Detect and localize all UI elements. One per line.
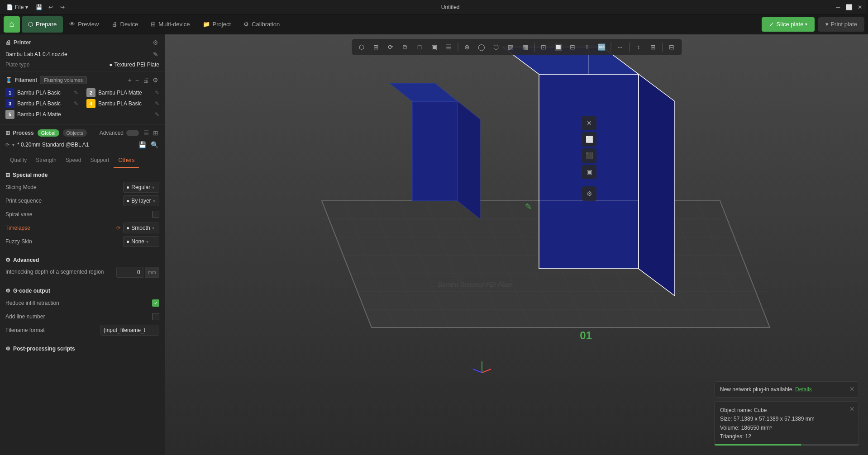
filament-edit-4[interactable]: ✎ xyxy=(155,100,159,107)
slicing-mode-select[interactable]: ● Regular ▾ xyxy=(123,182,159,193)
spiral-vase-checkbox[interactable] xyxy=(152,211,159,218)
toolbar-text-btn[interactable]: T xyxy=(581,41,593,53)
toolbar-layer-btn[interactable]: ▣ xyxy=(428,41,440,53)
toolbar-slice-btn[interactable]: □ xyxy=(413,41,426,53)
window-title: Untitled xyxy=(71,4,830,10)
toolbar-rotate-btn[interactable]: ◯ xyxy=(475,41,488,53)
add-filament-button[interactable]: + xyxy=(127,76,133,85)
advanced-switch[interactable] xyxy=(126,130,139,136)
profile-arrow-icon: ▾ xyxy=(12,142,14,147)
slice-plate-button[interactable]: ✓ Slice plate ▾ xyxy=(762,17,815,32)
home-icon: ⌂ xyxy=(10,19,14,29)
toolbar-support-btn[interactable]: ▦ xyxy=(519,41,531,53)
home-button[interactable]: ⌂ xyxy=(4,16,20,33)
toolbar-perspective-btn[interactable]: ⬡ xyxy=(355,41,368,53)
close-button[interactable]: ✕ xyxy=(855,3,864,12)
profile-search-icon[interactable]: 🔍 xyxy=(150,140,159,149)
filament-edit-5[interactable]: ✎ xyxy=(155,111,159,118)
print-sequence-select[interactable]: ● By layer ▾ xyxy=(123,195,159,206)
tab-multi-device[interactable]: ⊞ Multi-device xyxy=(144,16,196,33)
filament-edit-3[interactable]: ✎ xyxy=(74,100,78,107)
tab-prepare[interactable]: ⬡ Prepare xyxy=(22,16,63,33)
filename-format-input[interactable] xyxy=(100,325,159,336)
printer-name[interactable]: Bambu Lab A1 0.4 nozzle xyxy=(5,51,67,57)
filament-edit-1[interactable]: ✎ xyxy=(74,90,78,96)
tab-speed[interactable]: Speed xyxy=(61,153,86,168)
badge-objects[interactable]: Objects xyxy=(63,129,87,137)
tab-calibration[interactable]: ⚙ Calibration xyxy=(237,16,286,33)
view-area[interactable]: ⬡ ⊞ ⟳ ⧉ □ ▣ ☰ ⊕ ◯ ⬡ ▨ ▦ ⊡ 🔲 ⊟ T 🔤 ↔ ↕ ⊞ … xyxy=(165,34,868,455)
toolbar-paint-btn[interactable]: ▨ xyxy=(504,41,517,53)
add-line-number-checkbox[interactable] xyxy=(152,313,159,320)
view-close-btn[interactable]: ✕ xyxy=(582,116,596,130)
toolbar-layer2-btn[interactable]: 🔲 xyxy=(552,41,564,53)
toolbar-extra-btn[interactable]: ⊟ xyxy=(665,41,678,53)
tab-others[interactable]: Others xyxy=(114,153,139,168)
network-notif-close[interactable]: ✕ xyxy=(849,385,855,393)
tab-strength[interactable]: Strength xyxy=(31,153,61,168)
toolbar-cut-btn[interactable]: ⊟ xyxy=(566,41,579,53)
process-section: ⊞ Process Global Objects Advanced ☰ ⊞ ⟳ … xyxy=(0,125,165,153)
flushing-volumes-button[interactable]: Flushing volumes xyxy=(40,76,87,84)
filament-num-3: 3 xyxy=(5,99,14,108)
tab-project[interactable]: 📁 Project xyxy=(196,16,237,33)
printer-settings-icon[interactable]: ⚙ xyxy=(152,38,159,47)
file-menu[interactable]: 📄 File ▾ xyxy=(4,3,31,11)
toolbar-move-btn[interactable]: ⊕ xyxy=(461,41,473,53)
remove-filament-button[interactable]: − xyxy=(134,76,140,85)
plate-type-label: Plate type xyxy=(5,62,29,68)
toolbar-menu-btn[interactable]: ☰ xyxy=(442,41,455,53)
save-button[interactable]: 💾 xyxy=(34,3,43,12)
view-right-btn[interactable]: ▣ xyxy=(582,165,596,179)
toolbar-view-btn[interactable]: ⧉ xyxy=(399,41,411,53)
toolbar-scale-btn[interactable]: ↕ xyxy=(632,41,645,53)
plate-type-value[interactable]: ● Textured PEI Plate xyxy=(109,62,159,68)
toolbar-mirror-btn[interactable]: ⊞ xyxy=(647,41,659,53)
tab-preview[interactable]: 👁 Preview xyxy=(63,16,105,33)
profile-save-icon[interactable]: 💾 xyxy=(138,140,147,149)
fuzzy-skin-select[interactable]: ● None ▾ xyxy=(123,236,159,247)
view-settings-btn[interactable]: ⚙ xyxy=(582,186,596,201)
toolbar-arrange-btn[interactable]: ⊡ xyxy=(537,41,550,53)
interlocking-depth-input[interactable] xyxy=(116,267,143,278)
print-plate-button[interactable]: ▾ Print plate xyxy=(818,17,864,32)
tab-support[interactable]: Support xyxy=(86,153,114,168)
toolbar-font-btn[interactable]: 🔤 xyxy=(595,41,608,53)
minimize-button[interactable]: ─ xyxy=(834,3,843,12)
toolbar-sep-3 xyxy=(610,43,611,52)
filament-edit-2[interactable]: ✎ xyxy=(155,90,159,96)
slicing-mode-arrow: ▾ xyxy=(152,185,154,190)
printer-edit-icon[interactable]: ✎ xyxy=(152,50,159,59)
profile-name: * 0.20mm Standard @BBL A1 xyxy=(17,142,135,148)
object-info: Object name: Cube Size: 57.1389 x 57.138… xyxy=(720,406,853,441)
device-label: Device xyxy=(120,21,138,28)
svg-text:Bambu Textured PEI Plate: Bambu Textured PEI Plate xyxy=(437,281,513,288)
toolbar-ortho-btn[interactable]: ⟳ xyxy=(384,41,397,53)
reduce-infill-checkbox[interactable] xyxy=(152,299,159,307)
maximize-button[interactable]: ⬜ xyxy=(844,3,854,12)
undo-button[interactable]: ↩ xyxy=(46,3,55,12)
title-bar-controls: 💾 ↩ ↪ xyxy=(34,3,67,12)
filament-print-icon[interactable]: 🖨 xyxy=(142,76,150,85)
view-front-btn[interactable]: ⬛ xyxy=(582,148,596,163)
timelapse-select[interactable]: ● Smooth ▾ xyxy=(123,223,159,233)
redo-button[interactable]: ↪ xyxy=(58,3,67,12)
object-notif-close[interactable]: ✕ xyxy=(849,405,855,412)
badge-global[interactable]: Global xyxy=(38,129,59,137)
edit-pencil-icon[interactable]: ✎ xyxy=(525,202,532,212)
toolbar: ⬡ ⊞ ⟳ ⧉ □ ▣ ☰ ⊕ ◯ ⬡ ▨ ▦ ⊡ 🔲 ⊟ T 🔤 ↔ ↕ ⊞ … xyxy=(352,39,682,55)
network-plugin-details-link[interactable]: Details xyxy=(795,386,812,393)
svg-marker-28 xyxy=(639,74,675,296)
view-top-btn[interactable]: ⬜ xyxy=(582,132,596,147)
slicing-mode-label: Slicing Mode xyxy=(5,184,123,190)
network-notif-text: New network plug-in available. Details xyxy=(720,386,853,393)
tab-device[interactable]: 🖨 Device xyxy=(105,16,145,33)
process-grid-icon[interactable]: ⊞ xyxy=(152,128,159,137)
toolbar-grid-btn[interactable]: ⊞ xyxy=(370,41,382,53)
filament-settings-icon[interactable]: ⚙ xyxy=(152,76,159,85)
process-list-icon[interactable]: ☰ xyxy=(143,128,150,137)
tab-quality[interactable]: Quality xyxy=(5,153,31,168)
toolbar-measure-btn[interactable]: ↔ xyxy=(614,41,626,53)
object-info-notification: ✕ Object name: Cube Size: 57.1389 x 57.1… xyxy=(714,401,859,446)
toolbar-select-btn[interactable]: ⬡ xyxy=(490,41,502,53)
